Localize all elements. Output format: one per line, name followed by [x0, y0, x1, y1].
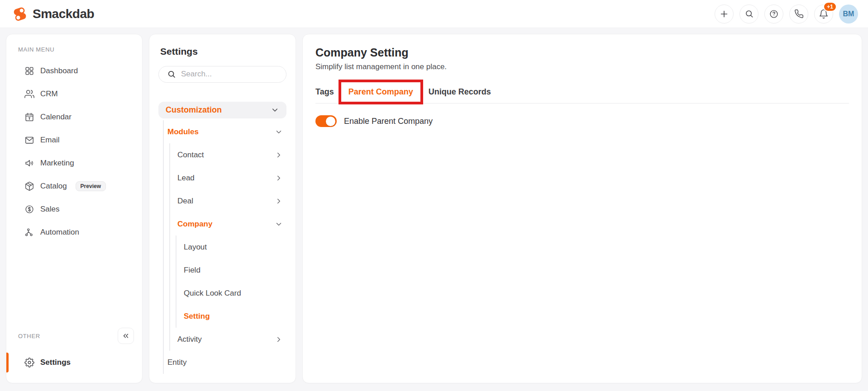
- add-button[interactable]: [715, 5, 734, 24]
- tree-item-deal[interactable]: Deal: [170, 189, 287, 212]
- avatar[interactable]: BM: [839, 5, 858, 24]
- brand: Smackdab: [12, 6, 94, 22]
- other-section-label: OTHER: [18, 333, 40, 339]
- chevron-down-icon: [275, 220, 283, 228]
- tab-unique-records[interactable]: Unique Records: [429, 87, 491, 97]
- sidebar-item-label: Automation: [40, 228, 79, 237]
- calendar-icon: [24, 112, 34, 122]
- tab-parent-company[interactable]: Parent Company: [348, 87, 413, 96]
- sidebar-item-dashboard[interactable]: Dashboard: [6, 59, 142, 82]
- smackdab-logo-icon: [12, 6, 28, 22]
- tabbar: Tags Parent Company Unique Records: [315, 78, 849, 106]
- sidebar-item-marketing[interactable]: Marketing: [6, 151, 142, 174]
- tree-item-lead[interactable]: Lead: [170, 166, 287, 189]
- tree-item-quick-look-card[interactable]: Quick Look Card: [176, 282, 287, 305]
- toggle-knob: [326, 117, 335, 126]
- chevron-down-icon: [271, 106, 279, 114]
- settings-search-box[interactable]: [158, 66, 286, 83]
- settings-panel-title: Settings: [157, 46, 287, 57]
- brand-name: Smackdab: [33, 7, 94, 21]
- sidebar-item-label: Settings: [40, 358, 71, 367]
- sidebar-item-crm[interactable]: CRM: [6, 82, 142, 105]
- tree-item-layout[interactable]: Layout: [176, 236, 287, 259]
- tree-item-activity[interactable]: Activity: [170, 328, 287, 351]
- content-area: MAIN MENU Dashboard CRM Calendar: [0, 28, 868, 391]
- sidebar-item-email[interactable]: Email: [6, 128, 142, 151]
- tree-item-contact[interactable]: Contact: [170, 143, 287, 166]
- tree-item-entity[interactable]: Entity: [164, 351, 287, 374]
- sidebar-item-automation[interactable]: Automation: [6, 221, 142, 244]
- help-icon: [769, 9, 779, 19]
- chevrons-left-icon: [122, 332, 130, 340]
- sidebar-item-settings[interactable]: Settings: [6, 351, 142, 374]
- other-section-row: OTHER: [6, 328, 142, 344]
- notifications-button[interactable]: +1: [814, 5, 833, 24]
- tree-item-field[interactable]: Field: [176, 259, 287, 282]
- sidebar-item-label: CRM: [40, 90, 58, 99]
- tab-tags[interactable]: Tags: [315, 87, 334, 97]
- automation-icon: [24, 227, 34, 237]
- active-indicator-bar: [6, 353, 9, 372]
- sidebar-item-label: Email: [40, 136, 60, 145]
- calls-button[interactable]: [789, 5, 808, 24]
- crm-icon: [24, 89, 34, 99]
- search-button[interactable]: [739, 5, 758, 24]
- tree-item-company[interactable]: Company: [170, 212, 287, 236]
- search-icon: [744, 9, 754, 19]
- marketing-icon: [24, 158, 34, 168]
- tree-item-setting[interactable]: Setting: [176, 305, 287, 328]
- header-actions: +1 BM: [715, 5, 858, 24]
- notification-badge: +1: [823, 2, 837, 12]
- search-icon: [167, 70, 176, 79]
- chevron-right-icon: [275, 151, 283, 159]
- enable-parent-company-row: Enable Parent Company: [315, 115, 849, 127]
- phone-icon: [794, 9, 804, 19]
- catalog-icon: [24, 181, 34, 191]
- chevron-right-icon: [275, 197, 283, 205]
- dashboard-icon: [24, 66, 34, 76]
- preview-badge: Preview: [76, 181, 106, 191]
- sidebar-item-label: Calendar: [40, 113, 72, 122]
- main-menu-nav: Dashboard CRM Calendar Email: [6, 59, 142, 244]
- sidebar-item-catalog[interactable]: Catalog Preview: [6, 174, 142, 198]
- chevron-down-icon: [275, 128, 283, 136]
- chevron-right-icon: [275, 335, 283, 344]
- sidebar-item-sales[interactable]: Sales: [6, 198, 142, 221]
- settings-search-input[interactable]: [181, 70, 278, 79]
- category-customization[interactable]: Customization: [158, 102, 286, 118]
- top-header: Smackdab +1 BM: [0, 0, 868, 28]
- tree-item-modules[interactable]: Modules: [164, 120, 287, 143]
- sidebar-item-calendar[interactable]: Calendar: [6, 105, 142, 128]
- page-title: Company Setting: [315, 46, 849, 59]
- settings-navigation-panel: Settings Customization Modules: [149, 34, 296, 383]
- main-menu-sidebar: MAIN MENU Dashboard CRM Calendar: [6, 34, 143, 383]
- sidebar-spacer: [6, 244, 142, 328]
- sidebar-item-label: Catalog: [40, 182, 67, 191]
- gear-icon: [24, 358, 34, 367]
- company-setting-panel: Company Setting Simplify list management…: [302, 34, 862, 383]
- chevron-right-icon: [275, 174, 283, 182]
- enable-parent-company-toggle[interactable]: [315, 115, 337, 127]
- sidebar-item-label: Sales: [40, 205, 60, 214]
- main-menu-section-label: MAIN MENU: [6, 46, 142, 53]
- annotation-highlight-box: Parent Company: [339, 80, 423, 104]
- plus-icon: [719, 9, 729, 19]
- email-icon: [24, 135, 34, 145]
- toggle-label: Enable Parent Company: [344, 117, 433, 126]
- sidebar-item-label: Dashboard: [40, 66, 78, 75]
- settings-tree: Modules Contact Lead: [157, 120, 287, 374]
- sidebar-item-label: Marketing: [40, 159, 74, 168]
- page-subtitle: Simplify list management in one place.: [315, 62, 849, 71]
- sales-icon: [24, 204, 34, 214]
- help-button[interactable]: [764, 5, 783, 24]
- sidebar-collapse-button[interactable]: [118, 328, 134, 344]
